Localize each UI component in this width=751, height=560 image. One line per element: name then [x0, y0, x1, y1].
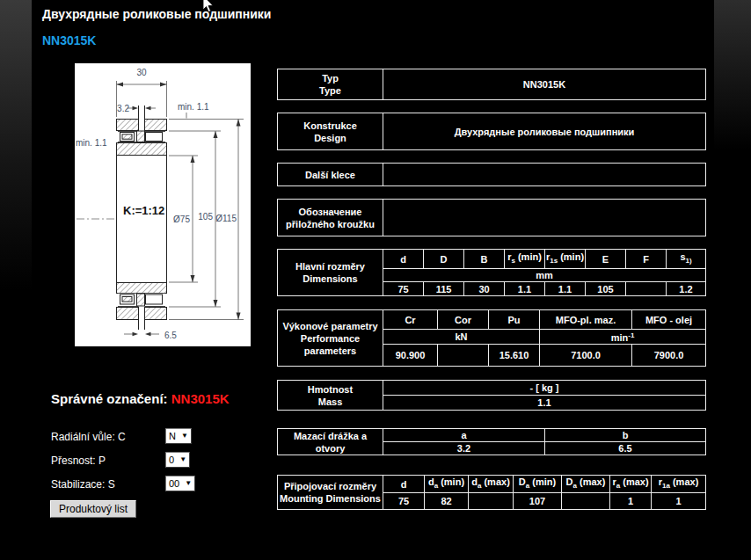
radial-clearance-select[interactable]: N ▼ [165, 428, 192, 444]
value-cell: 7100.0 [540, 345, 632, 367]
designation-model: NN3015K [171, 391, 230, 406]
design-value-cell: Двухрядные роликовые подшипники [383, 113, 706, 150]
dim-min-top-label: min. 1.1 [178, 102, 209, 112]
designation-heading: Správné označení: NN3015K [51, 391, 230, 406]
value-cell: 107 [514, 493, 562, 510]
value-cell: 1.1 [545, 282, 586, 296]
type-label-cell: Typ Type [278, 69, 383, 100]
type-table: Typ Type NN3015K [277, 69, 706, 100]
dim-min-left-label: min. 1.1 [76, 138, 107, 148]
header-cell: Cor [438, 310, 489, 330]
value-cell [562, 493, 610, 510]
product-sheet-button[interactable]: Produktový list [50, 500, 136, 518]
grease-groove-label-cell: Mazací drážka a otvory [278, 429, 383, 455]
value-cell: 75 [383, 493, 425, 510]
header-cell: Cr [383, 310, 438, 330]
mounting-label-cell: Připojovací rozměry Mounting Dimensions [278, 476, 383, 510]
header-cell: E [586, 250, 626, 269]
dim-bore-label: Ø75 [173, 215, 190, 224]
header-cell: d [383, 476, 425, 493]
mounting-dimensions-table: Připojovací rozměry Mounting Dimensions … [277, 475, 706, 510]
performance-label-cell: Výkonové parametry Performance parameter… [278, 310, 383, 367]
ring-designation-value-cell [383, 200, 706, 236]
stabilization-label: Stabilizace: S [51, 478, 115, 491]
value-cell: 1.1 [383, 396, 706, 411]
grease-groove-table: Mazací drážka a otvory a b 3.2 6.5 [277, 428, 706, 455]
dim-hole-label: 6.5 [164, 331, 177, 340]
taper-label: K:=1:12 [123, 204, 164, 217]
type-value-cell: NN3015K [383, 69, 706, 100]
header-cell: F [626, 250, 667, 269]
mouse-cursor-icon [200, 0, 214, 13]
radial-clearance-label: Radiální vůle: C [51, 431, 126, 443]
value-cell: 1.1 [505, 282, 545, 296]
header-cell: B [464, 250, 505, 269]
value-cell [626, 282, 667, 296]
design-label-cell: Konstrukce Design [278, 113, 383, 150]
header-cell: ra (max) [610, 476, 652, 493]
unit-cell: min-1 [540, 330, 706, 345]
design-table: Konstrukce Design Двухрядные роликовые п… [277, 113, 706, 150]
cage-value-cell [383, 164, 706, 186]
header-cell: r1s (min) [545, 250, 586, 269]
value-cell: 115 [424, 282, 464, 296]
value-cell: 105 [586, 282, 626, 296]
value-cell: 6.5 [545, 442, 706, 455]
header-cell: Pu [489, 310, 540, 330]
value-cell: 1 [610, 493, 652, 510]
right-margin-gradient [714, 0, 751, 149]
value-cell: 75 [383, 282, 424, 296]
header-cell: s1) [667, 250, 706, 269]
value-cell: 3.2 [383, 442, 545, 455]
page-title: Двухрядные роликовые подшипники [42, 7, 271, 21]
header-cell: Da (min) [514, 476, 562, 493]
page: Двухрядные роликовые подшипники NN3015K [0, 0, 751, 560]
header-cell: MFO - olej [632, 310, 706, 330]
bearing-cross-section-drawing: 30 3.2 min. 1.1 min. 1.1 K:=1:12 Ø75 105… [75, 63, 251, 346]
value-cell: 15.610 [489, 345, 540, 367]
value-cell: 90.900 [383, 345, 438, 367]
cage-table: Další klece [277, 163, 706, 186]
dropdown-arrow-icon: ▼ [181, 433, 188, 440]
precision-label: Přesnost: P [51, 455, 106, 467]
dropdown-arrow-icon: ▼ [179, 456, 186, 463]
unit-cell: kN [383, 330, 540, 345]
header-cell: d [383, 250, 424, 269]
ring-designation-table: Обозначение přiložného kroužku [277, 199, 706, 236]
dim-raceway-label: 105 [198, 212, 213, 222]
value-cell: 82 [425, 493, 469, 510]
header-cell: r1a (max) [652, 476, 706, 493]
value-cell [438, 345, 489, 367]
dim-outer-label: Ø115 [215, 214, 237, 223]
bearing-drawing-panel: 30 3.2 min. 1.1 min. 1.1 K:=1:12 Ø75 105… [75, 63, 251, 346]
dropdown-arrow-icon: ▼ [185, 480, 192, 487]
left-margin-gradient [0, 0, 32, 290]
dimensions-label-cell: Hlavní rozměry Dimensions [278, 250, 383, 296]
header-cell: D [424, 250, 464, 269]
header-cell: b [545, 429, 706, 442]
unit-cell: - [ kg ] [383, 381, 706, 396]
header-cell: MFO-pl. maz. [540, 310, 632, 330]
header-cell: a [383, 429, 545, 442]
precision-select[interactable]: 0 ▼ [165, 452, 190, 468]
dim-groove-label: 3.2 [117, 104, 129, 113]
header-cell: rs (min) [505, 250, 545, 269]
mass-table: Hmotnost Mass - [ kg ] 1.1 [277, 380, 706, 411]
dim-width-label: 30 [136, 68, 147, 77]
stabilization-select[interactable]: 00 ▼ [165, 476, 195, 491]
cage-label-cell: Další klece [278, 164, 383, 186]
model-heading: NN3015K [42, 33, 96, 47]
value-cell: 7900.0 [632, 345, 706, 367]
ring-designation-label-cell: Обозначение přiložného kroužku [278, 200, 383, 236]
value-cell: 1.2 [667, 282, 706, 296]
header-cell: da (min) [425, 476, 469, 493]
performance-table: Výkonové parametry Performance parameter… [277, 309, 706, 367]
value-cell [469, 493, 514, 510]
unit-cell: mm [383, 269, 706, 282]
value-cell: 1 [652, 493, 706, 510]
dimensions-table: Hlavní rozměry Dimensions d D B rs (min)… [277, 249, 706, 296]
header-cell: Da (max) [562, 476, 610, 493]
value-cell: 30 [464, 282, 505, 296]
header-cell: da (max) [469, 476, 514, 493]
mass-label-cell: Hmotnost Mass [278, 381, 383, 411]
